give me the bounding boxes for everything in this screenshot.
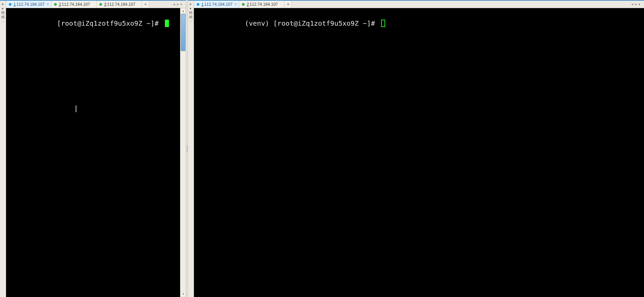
cursor-icon [381,20,385,27]
tab-menu-icon[interactable]: ▾ [180,3,184,6]
scroll-up-button[interactable]: ▲ [180,8,186,14]
tabbar-right: 1112.74.164.107 × 2112.74.164.107 × + [194,1,644,8]
tab-label: 2112.74.164.107 [247,2,278,7]
pane-main: 1112.74.164.107 × 2112.74.164.107 × + [194,1,644,297]
status-dot-icon [242,3,245,6]
workspace: ▸ ▸ 晤 晤 ⋯ 1112.74.164.107 × [0,0,644,297]
terminal-right[interactable]: (venv) [root@iZq1zotf9u5xo9Z ~]# [194,8,644,297]
dock-glyph: 晤 [189,11,193,15]
tab-label: 1112.74.164.107 [14,2,45,7]
tab-scroll-right-icon[interactable]: ► [635,2,638,6]
tab-scroll-right-icon[interactable]: ► [176,2,180,6]
tab-session-3[interactable]: 3112.74.164.107 × [97,1,142,8]
pane-left: ▸ ▸ 晤 晤 ⋯ 1112.74.164.107 × [0,0,186,297]
scroll-track[interactable] [180,14,186,291]
tabbar-left: 1112.74.164.107 × 2112.74.164.107 × [6,1,186,8]
tab-session-2[interactable]: 2112.74.164.107 × [51,1,97,8]
terminal-left[interactable]: [root@iZq1zotf9u5xo9Z ~]# [6,8,180,297]
dock-glyph: 晤 [1,15,5,19]
pane-body: ▸ ▸ 晤 晤 ⋯ 1112.74.164.107 × [188,1,644,297]
prompt-text: (venv) [root@iZq1zotf9u5xo9Z ~]# [245,19,379,28]
prompt-text: [root@iZq1zotf9u5xo9Z ~]# [57,19,163,28]
tab-menu-icon[interactable]: ▾ [639,3,643,6]
scrollbar-vertical[interactable]: ▲ ▼ [180,8,186,297]
dock-glyph: ▸ [190,6,192,10]
tab-label: 1112.74.164.107 [201,2,232,7]
dock-left[interactable]: ▸ ▸ 晤 晤 ⋯ [0,1,6,297]
terminal-wrap: [root@iZq1zotf9u5xo9Z ~]# ▲ ▼ [6,8,186,297]
dock-glyph: ▸ [2,6,4,10]
dock-glyph: ⋯ [189,20,193,23]
tab-label: 3112.74.164.107 [104,2,135,7]
tab-scroll-arrows: ◄ ► ▾ [630,1,644,8]
status-dot-icon [9,3,11,6]
status-dot-icon [99,3,102,6]
dock-right[interactable]: ▸ ▸ 晤 晤 ⋯ [188,1,194,297]
dock-glyph: ▸ [2,2,4,6]
dock-glyph: 晤 [189,15,193,19]
terminal-wrap: (venv) [root@iZq1zotf9u5xo9Z ~]# [194,8,644,297]
scroll-down-button[interactable]: ▼ [180,291,186,297]
scroll-thumb[interactable] [181,14,185,51]
pane-body: ▸ ▸ 晤 晤 ⋯ 1112.74.164.107 × [0,1,186,297]
pane-right: ▸ ▸ 晤 晤 ⋯ 1112.74.164.107 × [188,0,644,297]
status-dot-icon [197,3,199,6]
tab-session-2[interactable]: 2112.74.164.107 × [239,1,284,8]
pane-main: 1112.74.164.107 × 2112.74.164.107 × [6,1,186,297]
tab-scroll-left-icon[interactable]: ◄ [630,2,634,6]
dock-glyph: ▸ [190,2,192,6]
add-tab-button[interactable]: + [284,1,292,8]
close-icon[interactable]: × [47,2,49,6]
tab-label: 2112.74.164.107 [59,2,90,7]
tab-scroll-left-icon[interactable]: ◄ [172,2,176,6]
text-caret-icon [76,105,76,112]
cursor-icon [165,20,169,27]
close-icon[interactable]: × [234,2,237,6]
status-dot-icon [54,3,57,6]
tab-session-1[interactable]: 1112.74.164.107 × [6,1,51,8]
dock-glyph: 晤 [1,11,5,15]
tab-session-1[interactable]: 1112.74.164.107 × [194,1,239,8]
dock-glyph: ⋯ [1,20,5,23]
tab-scroll-arrows: ◄ ► ▾ [172,1,186,8]
add-tab-button[interactable]: + [142,1,149,8]
